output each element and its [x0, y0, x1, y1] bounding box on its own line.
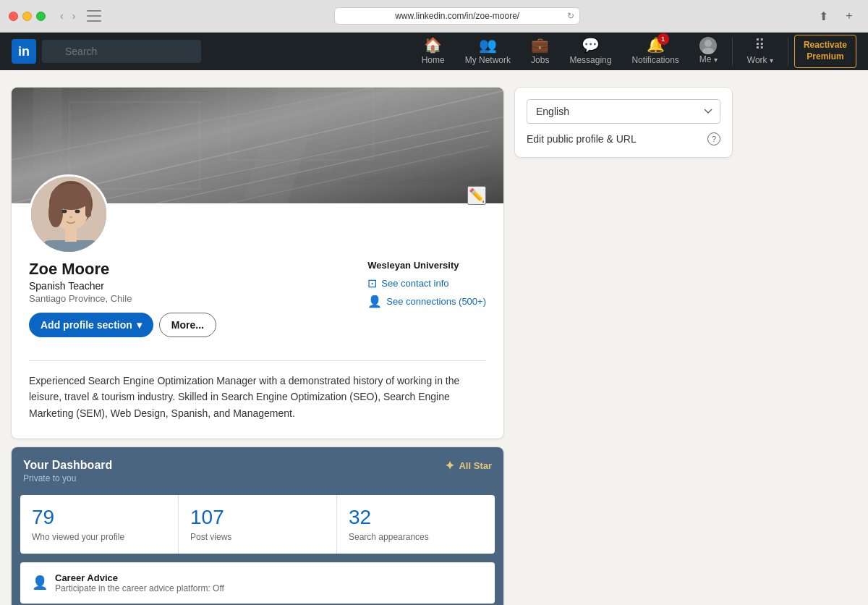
connections-label: See connections (500+) — [386, 296, 486, 307]
stat-profile-views[interactable]: 79 Who viewed your profile — [20, 495, 179, 554]
nav-item-network[interactable]: 👥 My Network — [456, 33, 519, 70]
nav-label-home: Home — [422, 55, 445, 65]
allstar-label: All Star — [459, 460, 492, 471]
profile-left: Zoe Moore Spanish Teacher Santiago Provi… — [29, 260, 216, 349]
connections-icon: 👤 — [367, 295, 382, 308]
dashboard-stats: 79 Who viewed your profile 107 Post view… — [20, 495, 495, 554]
nav-label-me: Me ▾ — [699, 54, 718, 64]
edit-public-profile-link[interactable]: Edit public profile & URL ? — [527, 132, 720, 145]
reload-icon[interactable]: ↻ — [567, 11, 574, 21]
edit-profile-url-label: Edit public profile & URL — [527, 133, 637, 145]
profile-name: Zoe Moore — [29, 260, 216, 279]
browser-titlebar: ‹ › 🔒 ↻ ⬆ + — [0, 0, 868, 32]
maximize-button[interactable] — [36, 12, 46, 21]
nav-item-messaging[interactable]: 💬 Messaging — [561, 33, 620, 70]
nav-item-me[interactable]: Me ▾ — [691, 33, 726, 70]
svg-point-18 — [48, 198, 63, 227]
dashboard-subtitle: Private to you — [23, 473, 112, 483]
dashboard-title-group: Your Dashboard Private to you — [23, 459, 112, 483]
avatar — [29, 174, 109, 254]
traffic-lights — [9, 12, 46, 21]
nav-divider — [732, 37, 733, 66]
nav-item-home[interactable]: 🏠 Home — [413, 33, 454, 70]
search-input[interactable] — [42, 40, 201, 63]
profile-info: Zoe Moore Spanish Teacher Santiago Provi… — [29, 260, 486, 349]
svg-rect-22 — [42, 240, 100, 252]
nav-label-notifications: Notifications — [631, 55, 678, 65]
nav-label-jobs: Jobs — [531, 55, 549, 65]
svg-point-19 — [62, 210, 67, 213]
back-button[interactable]: ‹ — [57, 9, 67, 23]
stat-label-post-views: Post views — [190, 532, 325, 542]
allstar-badge: ✦ All Star — [445, 459, 492, 473]
stat-post-views[interactable]: 107 Post views — [179, 495, 337, 554]
nav-item-jobs[interactable]: 💼 Jobs — [522, 33, 558, 70]
stat-search-appearances[interactable]: 32 Search appearances — [337, 495, 495, 554]
nav-items: 🏠 Home 👥 My Network 💼 Jobs 💬 Messaging 🔔… — [413, 33, 856, 70]
contact-icon: ⊡ — [367, 276, 377, 290]
help-icon: ? — [707, 132, 720, 145]
profile-actions: Add profile section ▾ More... — [29, 313, 216, 337]
forward-button[interactable]: › — [69, 9, 79, 23]
close-button[interactable] — [9, 12, 18, 21]
dashboard-title: Your Dashboard — [23, 459, 112, 472]
nav-item-notifications[interactable]: 🔔 1 Notifications — [623, 33, 687, 70]
svg-rect-17 — [85, 197, 91, 217]
contact-info-link[interactable]: ⊡ See contact info — [367, 276, 486, 290]
contact-info-label: See contact info — [381, 278, 448, 289]
me-avatar — [699, 37, 717, 54]
profile-right: Wesleyan University ⊡ See contact info 👤… — [367, 260, 486, 313]
nav-label-work: Work ▾ — [747, 55, 773, 65]
svg-point-1 — [702, 48, 714, 54]
stat-number-post-views: 107 — [190, 507, 325, 529]
nav-label-messaging: Messaging — [569, 55, 611, 65]
edit-profile-button[interactable]: ✏️ — [467, 186, 486, 205]
search-wrapper: 🔍 — [42, 40, 201, 63]
home-icon: 🏠 — [424, 36, 442, 54]
svg-point-20 — [75, 210, 80, 213]
sidebar-toggle[interactable] — [87, 10, 101, 22]
notifications-icon: 🔔 1 — [647, 36, 665, 54]
address-bar: 🔒 ↻ — [107, 7, 807, 25]
stat-number-search-appearances: 32 — [349, 507, 483, 529]
svg-point-0 — [705, 40, 712, 47]
add-profile-section-button[interactable]: Add profile section ▾ — [29, 313, 153, 337]
nav-item-work[interactable]: ⠿ Work ▾ — [739, 33, 782, 70]
nav-divider-2 — [788, 37, 788, 66]
address-wrapper: 🔒 ↻ — [334, 7, 580, 25]
page-content: ✏️ Zoe Moore Spanish Teacher Santiago Pr… — [0, 70, 868, 605]
avatar-wrap — [29, 174, 109, 254]
career-advice[interactable]: 👤 Career Advice Participate in the caree… — [20, 562, 495, 604]
nav-label-network: My Network — [465, 55, 511, 65]
profile-divider — [29, 360, 486, 361]
dashboard-header: Your Dashboard Private to you ✦ All Star — [12, 447, 503, 486]
language-select[interactable]: English Spanish French German Portuguese — [527, 99, 720, 124]
add-section-label: Add profile section — [41, 319, 132, 331]
career-icon: 👤 — [32, 575, 48, 591]
network-icon: 👥 — [479, 36, 497, 54]
avatar-svg — [31, 177, 106, 252]
profile-bio: Experienced Search Engine Optimization M… — [29, 373, 486, 421]
stat-label-profile-views: Who viewed your profile — [32, 532, 166, 542]
stat-label-search-appearances: Search appearances — [349, 532, 483, 542]
notifications-badge: 1 — [658, 33, 669, 45]
profile-headline: Spanish Teacher — [29, 280, 216, 292]
career-advice-title: Career Advice — [55, 572, 224, 583]
browser-actions: ⬆ + — [813, 6, 859, 26]
bookmark-button[interactable]: + — [839, 6, 859, 26]
url-input[interactable] — [334, 7, 580, 25]
connections-link[interactable]: 👤 See connections (500+) — [367, 295, 486, 308]
minimize-button[interactable] — [22, 12, 32, 21]
profile-location: Santiago Province, Chile — [29, 293, 216, 304]
browser-chrome: ‹ › 🔒 ↻ ⬆ + — [0, 0, 868, 33]
profile-card: ✏️ Zoe Moore Spanish Teacher Santiago Pr… — [12, 88, 503, 439]
sidebar: English Spanish French German Portuguese… — [515, 88, 732, 605]
add-section-dropdown-icon: ▾ — [137, 319, 142, 331]
career-content: Career Advice Participate in the career … — [55, 572, 224, 593]
reactivate-button[interactable]: Reactivate Premium — [794, 35, 856, 67]
profile-school: Wesleyan University — [367, 260, 486, 271]
more-button[interactable]: More... — [159, 313, 216, 337]
avatar-art — [31, 177, 106, 252]
main-column: ✏️ Zoe Moore Spanish Teacher Santiago Pr… — [12, 88, 503, 605]
share-button[interactable]: ⬆ — [813, 6, 833, 26]
